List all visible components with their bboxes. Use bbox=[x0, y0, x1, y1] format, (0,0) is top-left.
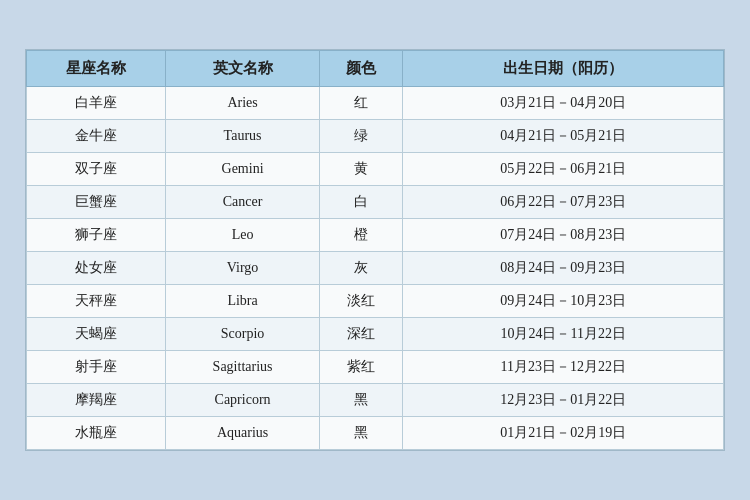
cell-chinese: 处女座 bbox=[27, 252, 166, 285]
cell-color: 黑 bbox=[319, 384, 403, 417]
table-row: 巨蟹座Cancer白06月22日－07月23日 bbox=[27, 186, 724, 219]
cell-chinese: 双子座 bbox=[27, 153, 166, 186]
zodiac-table: 星座名称 英文名称 颜色 出生日期（阳历） 白羊座Aries红03月21日－04… bbox=[26, 50, 724, 450]
cell-date: 12月23日－01月22日 bbox=[403, 384, 724, 417]
cell-english: Leo bbox=[166, 219, 319, 252]
cell-english: Aquarius bbox=[166, 417, 319, 450]
cell-chinese: 水瓶座 bbox=[27, 417, 166, 450]
cell-english: Virgo bbox=[166, 252, 319, 285]
cell-chinese: 天蝎座 bbox=[27, 318, 166, 351]
header-chinese: 星座名称 bbox=[27, 51, 166, 87]
cell-english: Scorpio bbox=[166, 318, 319, 351]
table-row: 狮子座Leo橙07月24日－08月23日 bbox=[27, 219, 724, 252]
cell-color: 白 bbox=[319, 186, 403, 219]
cell-english: Taurus bbox=[166, 120, 319, 153]
table-row: 摩羯座Capricorn黑12月23日－01月22日 bbox=[27, 384, 724, 417]
cell-english: Aries bbox=[166, 87, 319, 120]
cell-chinese: 天秤座 bbox=[27, 285, 166, 318]
header-english: 英文名称 bbox=[166, 51, 319, 87]
table-row: 处女座Virgo灰08月24日－09月23日 bbox=[27, 252, 724, 285]
header-date: 出生日期（阳历） bbox=[403, 51, 724, 87]
cell-date: 01月21日－02月19日 bbox=[403, 417, 724, 450]
cell-chinese: 金牛座 bbox=[27, 120, 166, 153]
cell-color: 红 bbox=[319, 87, 403, 120]
cell-english: Capricorn bbox=[166, 384, 319, 417]
cell-date: 07月24日－08月23日 bbox=[403, 219, 724, 252]
cell-date: 08月24日－09月23日 bbox=[403, 252, 724, 285]
cell-color: 深红 bbox=[319, 318, 403, 351]
table-row: 双子座Gemini黄05月22日－06月21日 bbox=[27, 153, 724, 186]
cell-color: 紫红 bbox=[319, 351, 403, 384]
cell-chinese: 射手座 bbox=[27, 351, 166, 384]
cell-color: 黄 bbox=[319, 153, 403, 186]
cell-date: 09月24日－10月23日 bbox=[403, 285, 724, 318]
cell-chinese: 摩羯座 bbox=[27, 384, 166, 417]
cell-color: 绿 bbox=[319, 120, 403, 153]
cell-english: Gemini bbox=[166, 153, 319, 186]
table-header-row: 星座名称 英文名称 颜色 出生日期（阳历） bbox=[27, 51, 724, 87]
cell-color: 橙 bbox=[319, 219, 403, 252]
table-body: 白羊座Aries红03月21日－04月20日金牛座Taurus绿04月21日－0… bbox=[27, 87, 724, 450]
cell-chinese: 巨蟹座 bbox=[27, 186, 166, 219]
cell-date: 04月21日－05月21日 bbox=[403, 120, 724, 153]
cell-color: 灰 bbox=[319, 252, 403, 285]
table-row: 白羊座Aries红03月21日－04月20日 bbox=[27, 87, 724, 120]
cell-chinese: 白羊座 bbox=[27, 87, 166, 120]
table-row: 射手座Sagittarius紫红11月23日－12月22日 bbox=[27, 351, 724, 384]
cell-date: 10月24日－11月22日 bbox=[403, 318, 724, 351]
cell-chinese: 狮子座 bbox=[27, 219, 166, 252]
zodiac-table-container: 星座名称 英文名称 颜色 出生日期（阳历） 白羊座Aries红03月21日－04… bbox=[25, 49, 725, 451]
header-color: 颜色 bbox=[319, 51, 403, 87]
cell-date: 11月23日－12月22日 bbox=[403, 351, 724, 384]
table-row: 天蝎座Scorpio深红10月24日－11月22日 bbox=[27, 318, 724, 351]
cell-date: 06月22日－07月23日 bbox=[403, 186, 724, 219]
cell-date: 05月22日－06月21日 bbox=[403, 153, 724, 186]
table-row: 天秤座Libra淡红09月24日－10月23日 bbox=[27, 285, 724, 318]
cell-english: Sagittarius bbox=[166, 351, 319, 384]
cell-color: 黑 bbox=[319, 417, 403, 450]
cell-color: 淡红 bbox=[319, 285, 403, 318]
table-row: 水瓶座Aquarius黑01月21日－02月19日 bbox=[27, 417, 724, 450]
cell-english: Libra bbox=[166, 285, 319, 318]
table-row: 金牛座Taurus绿04月21日－05月21日 bbox=[27, 120, 724, 153]
cell-date: 03月21日－04月20日 bbox=[403, 87, 724, 120]
cell-english: Cancer bbox=[166, 186, 319, 219]
